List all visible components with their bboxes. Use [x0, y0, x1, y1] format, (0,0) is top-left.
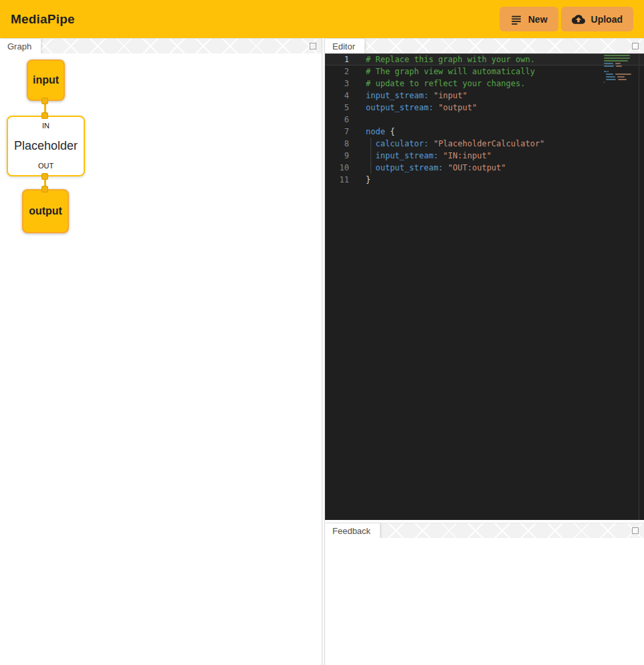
new-button[interactable]: New: [500, 7, 558, 31]
code-line-3[interactable]: 3# update to reflect your changes.: [325, 78, 644, 90]
port-placeholder-out[interactable]: [41, 173, 48, 180]
tab-feedback-label: Feedback: [332, 526, 370, 536]
line-number: 5: [325, 102, 349, 114]
code-line-8[interactable]: 8 calculator: "PlaceholderCalculator": [325, 138, 644, 150]
editor-panel: Editor 1# Replace this graph with your o…: [325, 38, 644, 520]
line-number: 2: [325, 65, 349, 78]
code-text: input_stream: "input": [349, 90, 467, 102]
code-line-6[interactable]: 6: [325, 114, 644, 126]
code-text: # Replace this graph with your own.: [349, 53, 535, 65]
mediapipe-visualizer-app: MediaPipe New: [0, 0, 644, 665]
maximise-icon[interactable]: [310, 43, 316, 49]
line-number: 1: [325, 53, 349, 65]
graph-node-placeholder[interactable]: IN Placeholder OUT: [7, 116, 85, 176]
tab-editor[interactable]: Editor: [325, 39, 364, 54]
port-output-in[interactable]: [41, 186, 48, 192]
code-text: node {: [349, 126, 395, 138]
graph-node-output[interactable]: output: [22, 189, 69, 233]
code-text: }: [349, 174, 370, 186]
port-placeholder-in[interactable]: [41, 112, 48, 119]
graph-canvas[interactable]: input IN Placeholder OUT output: [0, 53, 322, 665]
feedback-content: [325, 538, 644, 665]
code-text: output_stream: "output": [349, 102, 477, 114]
line-number: 9: [325, 150, 349, 162]
code-line-7[interactable]: 7node {: [325, 126, 644, 138]
graph-tabstrip: Graph: [0, 38, 322, 53]
code-line-4[interactable]: 4input_stream: "input": [325, 90, 644, 102]
editor-minimap[interactable]: [604, 54, 632, 84]
input-node-label: input: [33, 74, 59, 86]
line-number: 6: [325, 114, 349, 126]
line-number: 4: [325, 90, 349, 102]
new-graph-icon: [510, 13, 522, 25]
cloud-upload-icon: [572, 13, 585, 26]
tab-graph-label: Graph: [7, 41, 31, 51]
tab-feedback[interactable]: Feedback: [325, 523, 380, 539]
placeholder-out-port-label: OUT: [38, 162, 53, 170]
code-line-1[interactable]: 1# Replace this graph with your own.: [325, 53, 644, 65]
maximise-icon[interactable]: [632, 43, 639, 49]
code-line-2[interactable]: 2# The graph view will automatically: [325, 65, 644, 78]
feedback-tabstrip: Feedback: [325, 523, 644, 538]
header-actions: New Upload: [500, 7, 633, 31]
code-line-5[interactable]: 5output_stream: "output": [325, 102, 644, 114]
indent-guide: [370, 138, 371, 150]
app-header: MediaPipe New: [0, 0, 644, 38]
line-number: 3: [325, 78, 349, 90]
code-line-9[interactable]: 9 input_stream: "IN:input": [325, 150, 644, 162]
code-text: output_stream: "OUT:output": [349, 162, 506, 174]
code-lines: 1# Replace this graph with your own.2# T…: [325, 53, 644, 186]
code-line-11[interactable]: 11}: [325, 174, 644, 186]
placeholder-node-title: Placeholder: [14, 139, 78, 153]
code-text: calculator: "PlaceholderCalculator": [349, 138, 544, 150]
line-number: 7: [325, 126, 349, 138]
tab-graph[interactable]: Graph: [0, 39, 41, 54]
line-number: 8: [325, 138, 349, 150]
line-number: 10: [325, 162, 349, 174]
feedback-panel: Feedback: [325, 523, 644, 665]
placeholder-in-port-label: IN: [42, 122, 49, 130]
upload-button[interactable]: Upload: [561, 7, 633, 31]
indent-guide: [370, 162, 371, 174]
graph-node-input[interactable]: input: [27, 59, 65, 101]
new-button-label: New: [528, 14, 548, 25]
code-editor[interactable]: 1# Replace this graph with your own.2# T…: [325, 53, 644, 520]
upload-button-label: Upload: [591, 14, 623, 25]
code-line-10[interactable]: 10 output_stream: "OUT:output": [325, 162, 644, 174]
code-text: [349, 114, 366, 126]
code-text: # update to reflect your changes.: [349, 78, 525, 90]
maximise-icon[interactable]: [632, 527, 639, 534]
app-title: MediaPipe: [11, 12, 75, 27]
editor-scrollbar-edge: [639, 53, 639, 520]
code-text: # The graph view will automatically: [349, 65, 535, 78]
graph-panel: Graph input IN Placeholder OUT output: [0, 38, 322, 665]
output-node-label: output: [29, 205, 62, 217]
tab-editor-label: Editor: [332, 41, 355, 51]
indent-guide: [370, 150, 371, 162]
line-number: 11: [325, 174, 349, 186]
editor-tabstrip: Editor: [325, 38, 644, 53]
port-input-out[interactable]: [41, 98, 48, 104]
